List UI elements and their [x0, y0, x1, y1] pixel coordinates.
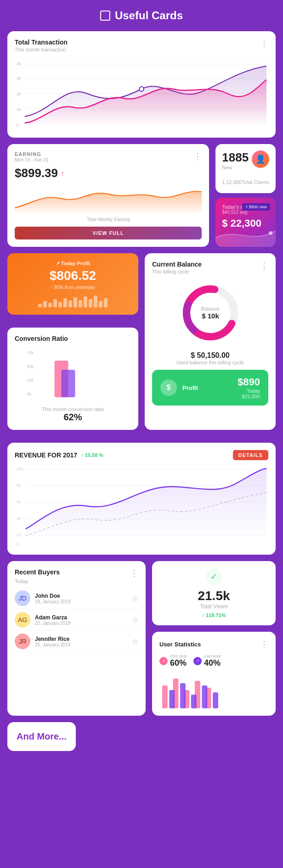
buyer-name-2: Adam Garza [35, 614, 127, 621]
total-clients-sub: 1,12,900 Total Clients [222, 179, 269, 185]
buyer-star-1[interactable]: ☆ [132, 594, 138, 603]
revenue-2017-card: REVENUE FOR 2017 ↑ 15.58 % DETAILS 100 8… [7, 443, 276, 555]
buyers-more-icon[interactable]: ⋮ [130, 568, 138, 579]
profit-sub: ↑ 80% from yesterday [15, 285, 131, 290]
revenue-2017-pct: ↑ 15.58 % [81, 452, 103, 458]
profit-amount: $806.52 [15, 268, 131, 283]
total-transaction-subtitle: This month transaction [15, 47, 68, 52]
buyer-date-2: 20, January 2019 [35, 621, 127, 626]
transaction-chart: 40 30 20 10 0 [15, 57, 268, 130]
and-more-card[interactable]: And More... [7, 722, 76, 751]
svg-text:20: 20 [17, 533, 21, 537]
donut-chart: Balance $ 10k [152, 281, 268, 345]
conversion-footer: This month conversion ratio [15, 406, 131, 412]
last-year-label: Last year [204, 654, 221, 658]
user-statistics-card: User Statistics ⋮ ↗ This year 60% ↗ Last… [152, 632, 276, 716]
and-more-text[interactable]: And More... [17, 731, 67, 741]
svg-rect-42 [202, 685, 207, 708]
avatar-icon: 👤 [252, 150, 269, 168]
total-clients-sub1: 1,12,900 [222, 179, 242, 185]
last-year-legend: ↗ Last year 40% [193, 654, 221, 668]
svg-text:$ 10k: $ 10k [202, 312, 219, 320]
revenue-2017-title: REVENUE FOR 2017 [15, 451, 77, 459]
mid-left-col: ↗ Today Profit $806.52 ↑ 80% from yester… [7, 253, 138, 436]
svg-text:40: 40 [17, 61, 21, 66]
mini-bar [79, 300, 82, 307]
current-balance-card: Current Balance This billing cycle ⋮ Bal… [145, 253, 276, 430]
conversion-ratio-card: Conversion Ratio 75k 50k 25k 0k This mon… [7, 328, 138, 430]
buyer-item-1: JD John Doe 18, January 2019 ☆ [15, 588, 138, 609]
svg-rect-40 [180, 683, 186, 708]
svg-text:10: 10 [17, 107, 21, 112]
bottom-row: Recent Buyers ⋮ Today JD John Doe 18, Ja… [7, 561, 276, 716]
card-header-text: Total Transaction This month transaction [15, 39, 68, 52]
buyer-star-3[interactable]: ☆ [132, 637, 138, 646]
balance-title: Current Balance [152, 261, 202, 268]
balance-header: Current Balance This billing cycle ⋮ [152, 261, 268, 274]
mini-bar [99, 301, 102, 307]
right-earning-col: 👤 1885 New 1,12,900 Total Clients + $900… [215, 144, 276, 247]
earning-labels: EARNING Mon 15 - Sun 21 [15, 151, 49, 162]
svg-text:80: 80 [17, 483, 21, 488]
svg-rect-41 [191, 695, 197, 708]
balance-subtitle: This billing cycle [152, 269, 202, 274]
today-revenue-card: + $900 new Today's revenue $40,512 avg $… [215, 198, 276, 247]
revenue-badge: + $900 new [242, 203, 270, 211]
this-year-pct: 60% [170, 658, 187, 668]
buyer-star-2[interactable]: ☆ [132, 616, 138, 624]
total-views-number: 21.5k [159, 589, 268, 603]
svg-text:0: 0 [17, 123, 19, 128]
conversion-chart: 75k 50k 25k 0k [15, 347, 131, 402]
balance-title-group: Current Balance This billing cycle [152, 261, 202, 274]
buyer-name-3: Jennifer Rice [35, 636, 127, 642]
placeholder-col [82, 722, 276, 751]
buyer-date-3: 25, January 2019 [35, 642, 127, 647]
mid-right-col: Current Balance This billing cycle ⋮ Bal… [145, 253, 276, 436]
revenue-2017-header: REVENUE FOR 2017 ↑ 15.58 % DETAILS [15, 450, 268, 460]
stats-header: User Statistics ⋮ [159, 639, 268, 649]
svg-text:75k: 75k [27, 351, 34, 355]
recent-buyers-card: Recent Buyers ⋮ Today JD John Doe 18, Ja… [7, 561, 146, 716]
profit-green-label: Profit [182, 384, 198, 391]
earning-title: EARNING [15, 151, 49, 157]
svg-text:60: 60 [17, 500, 21, 504]
mini-bar [43, 301, 47, 307]
stats-bar-chart [159, 672, 268, 708]
buyer-info-1: John Doe 18, January 2019 [35, 593, 127, 604]
svg-rect-17 [62, 370, 75, 397]
card-header: Total Transaction This month transaction… [15, 39, 268, 52]
buyer-item-3: JR Jennifer Rice 25, January 2019 ☆ [15, 631, 138, 652]
earning-row: EARNING Mon 15 - Sun 21 ⋮ $899.39 ↑ [7, 144, 276, 247]
stats-more-icon[interactable]: ⋮ [260, 639, 268, 649]
svg-text:50k: 50k [27, 364, 34, 369]
profit-label: ↗ Today Profit [15, 261, 131, 267]
view-full-button[interactable]: VIEW FULL [15, 227, 202, 239]
earning-amount: $899.39 ↑ [15, 166, 202, 180]
page-header: Useful Cards [7, 9, 276, 22]
profit-green-amount: $890 [238, 376, 260, 388]
earning-date: Mon 15 - Sun 21 [15, 157, 49, 162]
last-year-icon: ↗ [193, 657, 202, 665]
profit-today-label: Today [238, 388, 260, 394]
buyers-header: Recent Buyers ⋮ [15, 568, 138, 579]
check-icon: ✓ [206, 568, 222, 585]
right-stats-col: ✓ 21.5k Total Views ↑ 119.71% User Stati… [152, 561, 276, 716]
svg-rect-43 [213, 692, 218, 708]
dollar-icon: $ [160, 379, 177, 396]
mini-bar [68, 300, 72, 307]
earning-more-icon[interactable]: ⋮ [193, 151, 202, 161]
revenue-wave [215, 224, 276, 247]
profit-green-right: $890 Today $25,000 [238, 376, 260, 399]
mini-bar [63, 298, 67, 307]
mini-bar [94, 295, 97, 307]
mini-bar [84, 296, 87, 307]
mini-bar [104, 298, 108, 307]
earning-footer: Total Weekly Earning [15, 217, 202, 222]
buyer-info-3: Jennifer Rice 25, January 2019 [35, 636, 127, 647]
balance-more-icon[interactable]: ⋮ [260, 261, 268, 271]
svg-point-11 [269, 231, 272, 235]
final-row: And More... [7, 722, 276, 751]
details-button[interactable]: DETAILS [233, 450, 268, 460]
more-options-icon[interactable]: ⋮ [260, 39, 268, 49]
earning-arrow-up: ↑ [61, 169, 64, 178]
